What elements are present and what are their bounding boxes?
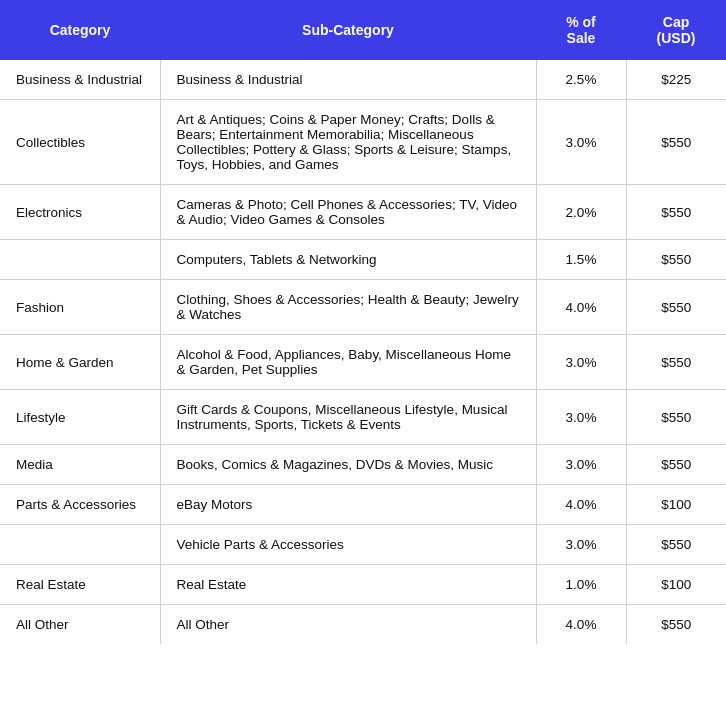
category-cell: All Other: [0, 605, 160, 645]
table-row: Home & GardenAlcohol & Food, Appliances,…: [0, 335, 726, 390]
table-row: Vehicle Parts & Accessories3.0%$550: [0, 525, 726, 565]
category-cell: Lifestyle: [0, 390, 160, 445]
cap-usd-cell: $100: [626, 485, 726, 525]
header-category: Category: [0, 0, 160, 60]
category-cell: Electronics: [0, 185, 160, 240]
table-row: All OtherAll Other4.0%$550: [0, 605, 726, 645]
percent-sale-cell: 3.0%: [536, 445, 626, 485]
table-row: CollectiblesArt & Antiques; Coins & Pape…: [0, 100, 726, 185]
subcategory-cell: Art & Antiques; Coins & Paper Money; Cra…: [160, 100, 536, 185]
header-subcategory: Sub-Category: [160, 0, 536, 60]
category-cell: Parts & Accessories: [0, 485, 160, 525]
category-cell: Business & Industrial: [0, 60, 160, 100]
cap-usd-cell: $550: [626, 100, 726, 185]
category-cell: Fashion: [0, 280, 160, 335]
percent-sale-cell: 3.0%: [536, 335, 626, 390]
cap-usd-cell: $550: [626, 525, 726, 565]
category-cell: Collectibles: [0, 100, 160, 185]
cap-usd-cell: $550: [626, 240, 726, 280]
category-cell: Home & Garden: [0, 335, 160, 390]
subcategory-cell: Cameras & Photo; Cell Phones & Accessori…: [160, 185, 536, 240]
table-row: FashionClothing, Shoes & Accessories; He…: [0, 280, 726, 335]
cap-usd-cell: $550: [626, 445, 726, 485]
percent-sale-cell: 4.0%: [536, 485, 626, 525]
category-cell: Real Estate: [0, 565, 160, 605]
table-row: Parts & AccessorieseBay Motors4.0%$100: [0, 485, 726, 525]
subcategory-cell: Real Estate: [160, 565, 536, 605]
table-row: LifestyleGift Cards & Coupons, Miscellan…: [0, 390, 726, 445]
header-cap-usd: Cap (USD): [626, 0, 726, 60]
cap-usd-cell: $550: [626, 185, 726, 240]
cap-usd-cell: $225: [626, 60, 726, 100]
table-row: MediaBooks, Comics & Magazines, DVDs & M…: [0, 445, 726, 485]
percent-sale-cell: 3.0%: [536, 390, 626, 445]
subcategory-cell: Gift Cards & Coupons, Miscellaneous Life…: [160, 390, 536, 445]
category-cell: [0, 525, 160, 565]
subcategory-cell: eBay Motors: [160, 485, 536, 525]
subcategory-cell: Vehicle Parts & Accessories: [160, 525, 536, 565]
cap-usd-cell: $550: [626, 335, 726, 390]
percent-sale-cell: 2.5%: [536, 60, 626, 100]
subcategory-cell: Computers, Tablets & Networking: [160, 240, 536, 280]
subcategory-cell: Alcohol & Food, Appliances, Baby, Miscel…: [160, 335, 536, 390]
percent-sale-cell: 4.0%: [536, 605, 626, 645]
cap-usd-cell: $550: [626, 390, 726, 445]
cap-usd-cell: $100: [626, 565, 726, 605]
subcategory-cell: Clothing, Shoes & Accessories; Health & …: [160, 280, 536, 335]
percent-sale-cell: 2.0%: [536, 185, 626, 240]
subcategory-cell: All Other: [160, 605, 536, 645]
subcategory-cell: Business & Industrial: [160, 60, 536, 100]
table-row: Business & IndustrialBusiness & Industri…: [0, 60, 726, 100]
percent-sale-cell: 1.5%: [536, 240, 626, 280]
cap-usd-cell: $550: [626, 605, 726, 645]
table-row: Real EstateReal Estate1.0%$100: [0, 565, 726, 605]
category-cell: Media: [0, 445, 160, 485]
percent-sale-cell: 4.0%: [536, 280, 626, 335]
percent-sale-cell: 3.0%: [536, 525, 626, 565]
category-cell: [0, 240, 160, 280]
percent-sale-cell: 3.0%: [536, 100, 626, 185]
cap-usd-cell: $550: [626, 280, 726, 335]
percent-sale-cell: 1.0%: [536, 565, 626, 605]
table-row: ElectronicsCameras & Photo; Cell Phones …: [0, 185, 726, 240]
fee-table: Category Sub-Category % of Sale Cap (USD…: [0, 0, 726, 644]
header-percent-sale: % of Sale: [536, 0, 626, 60]
subcategory-cell: Books, Comics & Magazines, DVDs & Movies…: [160, 445, 536, 485]
table-row: Computers, Tablets & Networking1.5%$550: [0, 240, 726, 280]
